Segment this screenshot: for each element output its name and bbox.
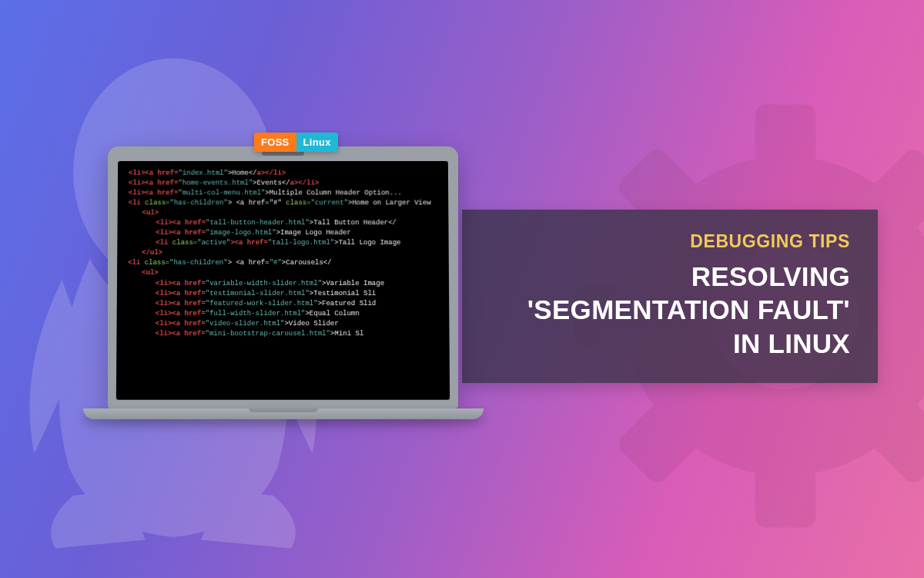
logo-left-text: FOSS xyxy=(254,133,296,152)
laptop-frame: <li><a href="index.html">Home</a></li> <… xyxy=(108,146,458,408)
title-line-2: 'SEGMENTATION FAULT' xyxy=(527,294,850,324)
code-editor-screen: <li><a href="index.html">Home</a></li> <… xyxy=(116,161,450,400)
title-kicker: DEBUGGING TIPS xyxy=(490,231,850,252)
title-panel: DEBUGGING TIPS RESOLVING 'SEGMENTATION F… xyxy=(462,210,878,383)
site-logo-badge: FOSS Linux xyxy=(254,133,338,152)
title-line-1: RESOLVING xyxy=(691,261,850,291)
laptop-base xyxy=(83,408,484,419)
laptop-illustration: <li><a href="index.html">Home</a></li> <… xyxy=(108,146,458,419)
title-main: RESOLVING 'SEGMENTATION FAULT' IN LINUX xyxy=(490,260,850,360)
logo-right-text: Linux xyxy=(296,133,338,152)
title-line-3: IN LINUX xyxy=(733,328,850,358)
